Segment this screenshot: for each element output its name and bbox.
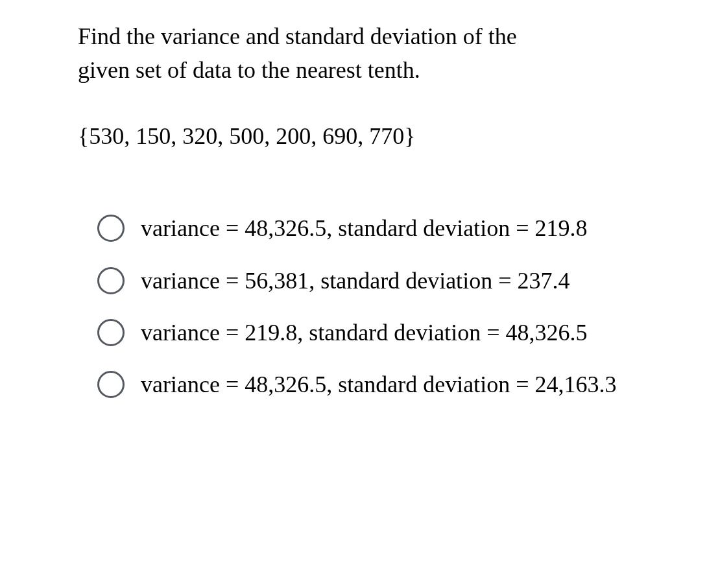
option-3: variance = 219.8, standard deviation = 4… [97, 316, 707, 349]
options-list: variance = 48,326.5, standard deviation … [78, 211, 707, 401]
radio-option-3[interactable] [97, 319, 125, 346]
data-set: {530, 150, 320, 500, 200, 690, 770} [78, 123, 707, 150]
option-2-label: variance = 56,381, standard deviation = … [141, 264, 569, 298]
option-4-label: variance = 48,326.5, standard deviation … [141, 368, 616, 401]
radio-option-2[interactable] [97, 267, 125, 294]
option-1-label: variance = 48,326.5, standard deviation … [141, 211, 587, 245]
option-4: variance = 48,326.5, standard deviation … [97, 368, 707, 401]
radio-option-1[interactable] [97, 215, 125, 242]
question-prompt: Find the variance and standard deviation… [78, 19, 707, 87]
question-line-1: Find the variance and standard deviation… [78, 23, 517, 49]
question-container: Find the variance and standard deviation… [0, 0, 707, 401]
option-1: variance = 48,326.5, standard deviation … [97, 211, 707, 245]
option-2: variance = 56,381, standard deviation = … [97, 264, 707, 298]
question-line-2: given set of data to the nearest tenth. [78, 57, 420, 83]
option-3-label: variance = 219.8, standard deviation = 4… [141, 316, 587, 349]
radio-option-4[interactable] [97, 371, 125, 398]
